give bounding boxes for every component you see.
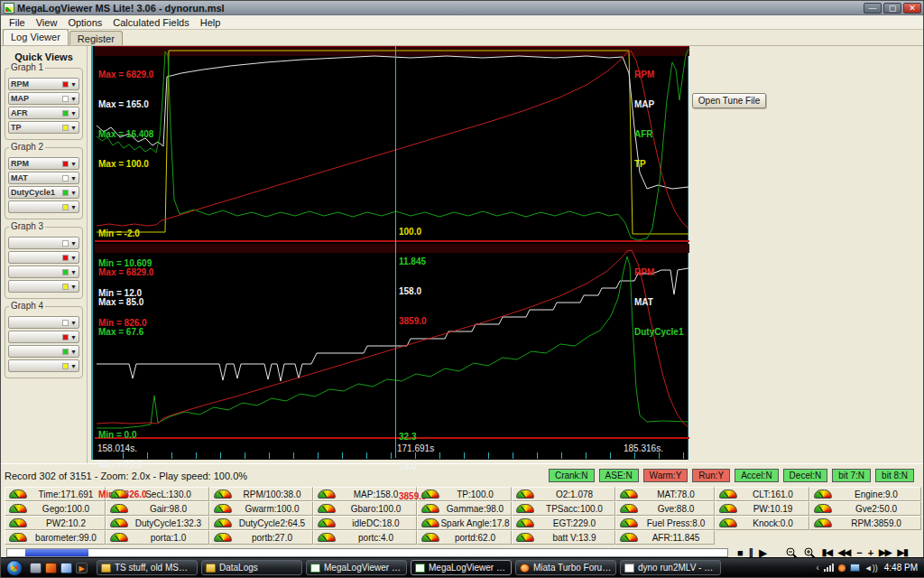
menu-options[interactable]: Options	[63, 16, 106, 29]
open-tune-file-button[interactable]: Open Tune File	[692, 93, 766, 108]
graph1-series4-select[interactable]: TP▼	[8, 121, 79, 134]
chevron-down-icon: ▼	[70, 240, 77, 247]
g1-cursor-value: 158.0	[399, 286, 427, 296]
graph1-series1-select[interactable]: RPM▼	[8, 78, 79, 90]
gauge-portc: portc:4.0	[313, 530, 417, 545]
megalogviewer-icon	[310, 564, 320, 573]
graph2-series1-select[interactable]: RPM▼	[8, 157, 79, 170]
g1-max-label: Max = 16.408	[98, 129, 153, 139]
chevron-down-icon: ▼	[70, 175, 77, 182]
taskbar-button-megalogviewer-1[interactable]: MegaLogViewer M...	[306, 560, 407, 575]
tab-log-viewer[interactable]: Log Viewer	[3, 29, 69, 45]
maximize-button[interactable]: ▢	[883, 3, 901, 14]
graph4-group: Graph 4 ▼ ▼ ▼ ▼	[5, 306, 83, 378]
graph3-series1-select[interactable]: ▼	[8, 237, 79, 249]
taskbar-button-ts-stuff[interactable]: TS stuff, old MSQs....	[97, 560, 198, 575]
g1-series-label: AFR	[634, 129, 654, 139]
g1-max-label: Max = 165.0	[98, 99, 153, 109]
series-color-chip	[62, 110, 69, 117]
gauge-dial-icon	[318, 504, 336, 513]
series-color-chip	[62, 334, 69, 340]
scrollbar-thumb[interactable]	[25, 549, 88, 556]
gauge-dial-icon	[719, 504, 737, 513]
series-color-chip	[62, 320, 69, 326]
status-indicator-accel: Accel:N	[735, 469, 778, 482]
engine-status-indicators: Crank:N ASE:N Warm:Y Run:Y Accel:N Decel…	[549, 469, 919, 482]
menu-help[interactable]: Help	[196, 16, 226, 29]
browser-icon	[520, 564, 530, 573]
log-viewer-panel: Quick Views Graph 1 RPM▼ MAP▼ AFR▼ TP▼ G…	[1, 46, 923, 463]
graph4-series3-select[interactable]: ▼	[8, 345, 79, 358]
gauge-dial-icon	[318, 489, 336, 499]
task-buttons: TS stuff, old MSQs.... DataLogs MegaLogV…	[97, 560, 809, 575]
g1-series-label: RPM	[634, 70, 654, 79]
tab-register[interactable]: Register	[69, 31, 123, 45]
graph4-series2-select[interactable]: ▼	[8, 331, 79, 343]
media-app-icon[interactable]	[45, 563, 57, 573]
status-indicator-run: Run:Y	[692, 469, 730, 482]
graph4-series1-select[interactable]: ▼	[8, 316, 79, 329]
gauge-dial-icon	[421, 489, 439, 499]
signal-bars-icon[interactable]	[824, 564, 834, 572]
graph2-series4-select[interactable]: ▼	[8, 200, 79, 213]
gauge-dutycycle1: DutyCycle1:32.3	[106, 516, 209, 530]
series-label: TP	[11, 123, 62, 132]
graph2-series3-select[interactable]: DutyCycle1▼	[8, 186, 79, 199]
series-label: RPM	[11, 159, 62, 168]
volume-icon[interactable]: ◄))	[864, 564, 878, 573]
g1-cursor-value: 3859.0	[399, 316, 427, 326]
taskbar-button-miata-forum[interactable]: Miata Turbo Forum...	[515, 560, 616, 575]
g2-cursor-value: 78.0	[399, 461, 427, 471]
menu-file[interactable]: File	[5, 16, 30, 29]
series-color-chip	[62, 363, 69, 369]
gauge-dial-icon	[516, 518, 534, 527]
playback-cursor[interactable]	[395, 46, 396, 458]
g1-cursor-value: 100.0	[399, 227, 427, 237]
gauge-time: Time:171.691	[5, 487, 106, 501]
graph1-series3-select[interactable]: AFR▼	[8, 107, 79, 119]
graph3-series4-select[interactable]: ▼	[8, 280, 79, 293]
taskbar-clock[interactable]: 4:48 PM	[884, 563, 918, 573]
gauge-dutycycle2: DutyCycle2:64.5	[209, 516, 313, 530]
log-position-scrollbar[interactable]	[6, 548, 728, 557]
graph3-series2-select[interactable]: ▼	[8, 251, 79, 264]
taskbar-button-datalogs[interactable]: DataLogs	[201, 560, 302, 575]
status-indicator-crank: Crank:N	[549, 469, 595, 482]
log-chart[interactable]: 158.014s. 171.691s 185.316s.	[91, 46, 688, 460]
series-label: AFR	[11, 108, 62, 117]
photo-app-icon[interactable]	[60, 563, 72, 573]
status-indicator-ase: ASE:N	[599, 469, 639, 482]
gauge-o2: O2:1.078	[512, 487, 615, 501]
chevron-down-icon: ▼	[70, 284, 77, 290]
player-app-icon[interactable]: ▶	[76, 563, 88, 573]
graph1-series2-select[interactable]: MAP▼	[8, 92, 79, 105]
graph2-series2-select[interactable]: MAT▼	[8, 172, 79, 184]
app-icon	[4, 3, 14, 14]
g1-min-label: Min = -2.0	[98, 228, 152, 238]
notification-icon[interactable]	[838, 564, 845, 572]
network-icon[interactable]	[850, 564, 860, 572]
series-label: RPM	[11, 79, 62, 89]
menu-calculated-fields[interactable]: Calculated Fields	[108, 16, 193, 29]
taskbar-button-dyno-run[interactable]: dyno run2MLV - Pa...	[620, 560, 721, 575]
menu-view[interactable]: View	[32, 16, 62, 29]
gauge-dial-icon	[214, 489, 232, 499]
title-bar[interactable]: MegaLogViewer MS Lite! 3.06 - dynorun.ms…	[1, 1, 923, 15]
gauge-dial-icon	[9, 533, 27, 542]
g2-cursor-value: 32.3	[399, 432, 427, 442]
close-button[interactable]: ✕	[903, 3, 921, 14]
taskbar-button-megalogviewer-2[interactable]: MegaLogViewer M...	[411, 560, 512, 575]
graph3-series3-select[interactable]: ▼	[8, 266, 79, 278]
gauge-dial-icon	[214, 518, 232, 527]
trace-lines	[95, 46, 689, 458]
tray-expand-icon[interactable]: ‹	[817, 563, 819, 573]
show-desktop-icon[interactable]	[30, 563, 42, 573]
graph3-group: Graph 3 ▼ ▼ ▼ ▼	[5, 227, 83, 299]
quick-views-title: Quick Views	[1, 51, 87, 62]
gauge-gve2: Gve2:50.0	[809, 501, 921, 516]
start-button[interactable]	[6, 560, 23, 576]
gauge-dial-icon	[516, 504, 534, 513]
g2-min-label: Min = 73.0	[98, 460, 147, 470]
minimize-button[interactable]: —	[864, 3, 882, 14]
graph4-series4-select[interactable]: ▼	[8, 359, 79, 372]
